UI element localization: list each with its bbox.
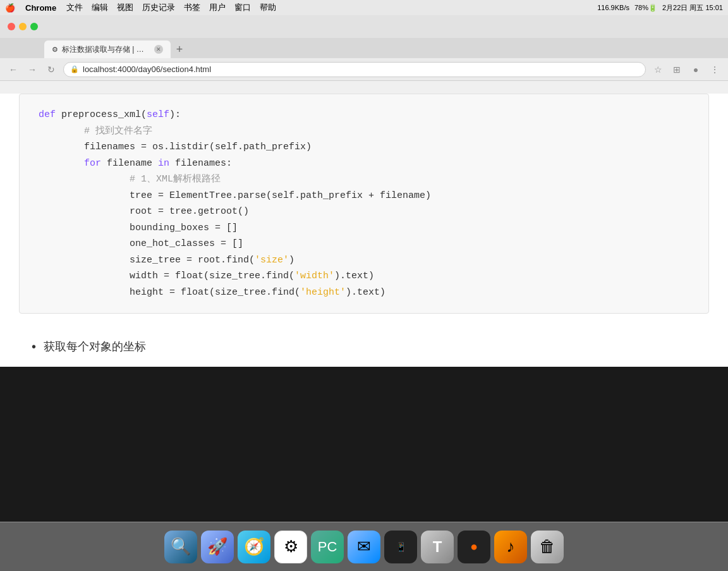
- menu-edit[interactable]: 编辑: [92, 2, 108, 13]
- tab-close-button[interactable]: ✕: [154, 45, 163, 54]
- dock-finder[interactable]: 🔍: [164, 531, 197, 563]
- code-line-4: for filename in filenames:: [39, 156, 689, 172]
- dock-safari[interactable]: 🧭: [238, 531, 270, 563]
- bullet-text: 获取每个对象的坐标: [44, 339, 146, 354]
- bullet-section: • 获取每个对象的坐标: [0, 326, 728, 367]
- minimize-button[interactable]: [19, 23, 27, 30]
- menu-users[interactable]: 用户: [209, 2, 226, 13]
- datetime: 2月22日 周五 15:01: [662, 3, 723, 13]
- bullet-marker: •: [32, 340, 36, 354]
- back-button[interactable]: ←: [6, 63, 20, 77]
- dock-trash[interactable]: 🗑: [531, 531, 564, 563]
- active-tab[interactable]: ⚙ 标注数据读取与存储 | 深度学习 ✕: [44, 40, 171, 58]
- address-bar[interactable]: 🔒 localhost:4000/day06/section4.html: [63, 62, 646, 77]
- code-line-6: tree = ElementTree.parse(self.path_prefi…: [39, 188, 689, 204]
- menu-file[interactable]: 文件: [66, 2, 83, 13]
- dock-music[interactable]: ♪: [494, 531, 527, 563]
- menu-bar: 🍎 Chrome 文件 编辑 视图 历史记录 书签 用户 窗口 帮助 116.9…: [0, 0, 728, 15]
- tab-title: 标注数据读取与存储 | 深度学习: [62, 44, 150, 55]
- dock-chrome[interactable]: ⚙: [274, 531, 307, 563]
- url-text: localhost:4000/day06/section4.html: [83, 64, 211, 74]
- forward-button[interactable]: →: [25, 63, 39, 77]
- code-line-11: width = float(size_tree.find('width').te…: [39, 268, 689, 285]
- menu-bookmarks[interactable]: 书签: [184, 2, 200, 13]
- menu-button[interactable]: ⋮: [708, 63, 722, 77]
- close-button[interactable]: [8, 23, 15, 30]
- keyword-def: def: [39, 107, 61, 123]
- code-line-2: # 找到文件名字: [39, 123, 689, 140]
- code-line-10: size_tree = root.find('size'): [39, 252, 689, 269]
- code-block: def preprocess_xml(self): # 找到文件名字 filen…: [19, 94, 709, 314]
- bullet-item-1: • 获取每个对象的坐标: [32, 339, 696, 354]
- reload-button[interactable]: ↻: [44, 63, 58, 77]
- dock-launchpad[interactable]: 🚀: [201, 531, 234, 563]
- code-line-3: filenames = os.listdir(self.path_prefix): [39, 139, 689, 156]
- profile-button[interactable]: ●: [689, 63, 703, 77]
- keyword-self: self: [147, 107, 169, 123]
- browser-window: ⚙ 标注数据读取与存储 | 深度学习 ✕ + ← → ↻ 🔒 localhost…: [0, 15, 728, 367]
- code-line-1: def preprocess_xml(self):: [39, 107, 689, 123]
- menu-view[interactable]: 视图: [117, 2, 133, 13]
- dock-typora[interactable]: T: [421, 531, 454, 563]
- dock: 🔍 🚀 🧭 ⚙ PC ✉ 📱 T ● ♪ 🗑: [0, 522, 728, 571]
- dock-terminal[interactable]: 📱: [384, 531, 417, 563]
- dock-app1[interactable]: PC: [311, 531, 344, 563]
- code-line-7: root = tree.getroot(): [39, 204, 689, 220]
- code-line-5: # 1、XML解析根路径: [39, 171, 689, 188]
- menu-items: 文件 编辑 视图 历史记录 书签 用户 窗口 帮助: [66, 2, 276, 13]
- tab-bar: ⚙ 标注数据读取与存储 | 深度学习 ✕ +: [0, 38, 728, 58]
- traffic-lights: [8, 23, 38, 30]
- comment-2: # 1、XML解析根路径: [130, 171, 221, 188]
- code-line-12: height = float(size_tree.find('height').…: [39, 285, 689, 301]
- code-line-8: bounding_boxes = []: [39, 220, 689, 236]
- comment-1: # 找到文件名字: [84, 123, 152, 140]
- maximize-button[interactable]: [30, 23, 38, 30]
- bookmark-button[interactable]: ☆: [651, 63, 665, 77]
- network-status: 116.9KB/s: [597, 4, 629, 11]
- menu-window[interactable]: 窗口: [234, 2, 251, 13]
- browser-titlebar: [0, 15, 728, 38]
- lock-icon: 🔒: [70, 65, 79, 73]
- extensions-button[interactable]: ⊞: [670, 63, 684, 77]
- new-tab-button[interactable]: +: [171, 40, 188, 58]
- battery-status: 78%🔋: [634, 4, 657, 12]
- menu-help[interactable]: 帮助: [260, 2, 276, 13]
- func-name: preprocess_xml(: [61, 107, 147, 123]
- dock-mail[interactable]: ✉: [348, 531, 380, 563]
- menu-history[interactable]: 历史记录: [142, 2, 175, 13]
- menu-chrome[interactable]: Chrome: [25, 3, 56, 13]
- page-content: def preprocess_xml(self): # 找到文件名字 filen…: [0, 94, 728, 367]
- apple-menu[interactable]: 🍎: [5, 3, 15, 13]
- code-line-9: one_hot_classes = []: [39, 236, 689, 252]
- browser-toolbar: ← → ↻ 🔒 localhost:4000/day06/section4.ht…: [0, 58, 728, 81]
- dock-obs[interactable]: ●: [458, 531, 490, 563]
- menu-bar-right: 116.9KB/s 78%🔋 2月22日 周五 15:01: [597, 3, 723, 13]
